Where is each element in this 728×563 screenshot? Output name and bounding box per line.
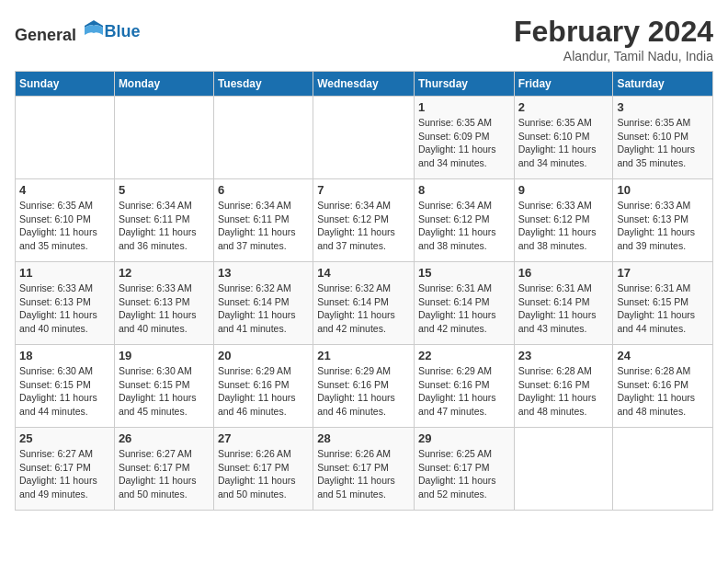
calendar-cell: 19Sunrise: 6:30 AM Sunset: 6:15 PM Dayli… [114,345,213,428]
day-info: Sunrise: 6:29 AM Sunset: 6:16 PM Dayligh… [218,364,309,419]
day-number: 15 [418,266,510,280]
calendar-week-row: 4Sunrise: 6:35 AM Sunset: 6:10 PM Daylig… [16,179,713,262]
calendar-cell: 3Sunrise: 6:35 AM Sunset: 6:10 PM Daylig… [613,97,713,179]
calendar-cell: 15Sunrise: 6:31 AM Sunset: 6:14 PM Dayli… [414,262,514,345]
day-info: Sunrise: 6:30 AM Sunset: 6:15 PM Dayligh… [119,364,210,419]
calendar-cell: 16Sunrise: 6:31 AM Sunset: 6:14 PM Dayli… [514,262,613,345]
day-info: Sunrise: 6:31 AM Sunset: 6:15 PM Dayligh… [617,282,709,336]
location-title: Alandur, Tamil Nadu, India [514,49,713,63]
calendar-cell: 12Sunrise: 6:33 AM Sunset: 6:13 PM Dayli… [114,262,213,345]
day-info: Sunrise: 6:34 AM Sunset: 6:11 PM Dayligh… [119,199,210,253]
day-info: Sunrise: 6:33 AM Sunset: 6:13 PM Dayligh… [119,282,210,336]
day-number: 23 [518,349,609,362]
day-info: Sunrise: 6:27 AM Sunset: 6:17 PM Dayligh… [19,447,110,501]
calendar-cell: 23Sunrise: 6:28 AM Sunset: 6:16 PM Dayli… [514,345,613,428]
calendar-week-row: 1Sunrise: 6:35 AM Sunset: 6:09 PM Daylig… [16,97,713,179]
day-number: 11 [19,266,110,280]
calendar-cell: 5Sunrise: 6:34 AM Sunset: 6:11 PM Daylig… [114,179,213,262]
calendar-header-row: SundayMondayTuesdayWednesdayThursdayFrid… [16,72,713,97]
logo-icon [83,18,105,40]
calendar-cell: 18Sunrise: 6:30 AM Sunset: 6:15 PM Dayli… [16,345,115,428]
day-info: Sunrise: 6:35 AM Sunset: 6:10 PM Dayligh… [617,116,709,170]
day-number: 26 [119,431,210,445]
day-info: Sunrise: 6:33 AM Sunset: 6:13 PM Dayligh… [19,282,110,336]
day-info: Sunrise: 6:28 AM Sunset: 6:16 PM Dayligh… [617,364,709,419]
day-info: Sunrise: 6:35 AM Sunset: 6:10 PM Dayligh… [19,199,110,253]
calendar-cell: 17Sunrise: 6:31 AM Sunset: 6:15 PM Dayli… [613,262,713,345]
day-number: 19 [119,349,210,362]
day-number: 10 [617,183,709,197]
calendar-cell: 2Sunrise: 6:35 AM Sunset: 6:10 PM Daylig… [514,97,613,179]
calendar-cell: 8Sunrise: 6:34 AM Sunset: 6:12 PM Daylig… [414,179,514,262]
day-number: 16 [518,266,609,280]
header: General Blue February 2024 Alandur, Tami… [15,15,713,63]
day-number: 25 [19,431,110,445]
day-number: 6 [218,183,309,197]
calendar-cell: 7Sunrise: 6:34 AM Sunset: 6:12 PM Daylig… [313,179,415,262]
calendar-cell: 4Sunrise: 6:35 AM Sunset: 6:10 PM Daylig… [16,179,115,262]
day-info: Sunrise: 6:26 AM Sunset: 6:17 PM Dayligh… [218,447,309,501]
day-number: 27 [218,431,309,445]
day-header-monday: Monday [114,72,213,97]
day-number: 18 [19,349,110,362]
calendar-week-row: 18Sunrise: 6:30 AM Sunset: 6:15 PM Dayli… [16,345,713,428]
calendar-cell: 22Sunrise: 6:29 AM Sunset: 6:16 PM Dayli… [414,345,514,428]
day-number: 29 [418,431,510,445]
calendar-cell: 10Sunrise: 6:33 AM Sunset: 6:13 PM Dayli… [613,179,713,262]
day-header-thursday: Thursday [414,72,514,97]
calendar-cell: 29Sunrise: 6:25 AM Sunset: 6:17 PM Dayli… [414,428,514,511]
day-info: Sunrise: 6:25 AM Sunset: 6:17 PM Dayligh… [418,447,510,501]
day-number: 1 [418,100,510,114]
calendar-cell: 27Sunrise: 6:26 AM Sunset: 6:17 PM Dayli… [213,428,313,511]
day-number: 3 [617,100,709,114]
day-info: Sunrise: 6:35 AM Sunset: 6:09 PM Dayligh… [418,116,510,170]
day-header-wednesday: Wednesday [313,72,415,97]
calendar-cell: 28Sunrise: 6:26 AM Sunset: 6:17 PM Dayli… [313,428,415,511]
day-number: 21 [317,349,410,362]
calendar-cell: 25Sunrise: 6:27 AM Sunset: 6:17 PM Dayli… [16,428,115,511]
day-number: 13 [218,266,309,280]
day-info: Sunrise: 6:26 AM Sunset: 6:17 PM Dayligh… [317,447,410,501]
calendar-cell: 6Sunrise: 6:34 AM Sunset: 6:11 PM Daylig… [213,179,313,262]
day-info: Sunrise: 6:30 AM Sunset: 6:15 PM Dayligh… [19,364,110,419]
day-info: Sunrise: 6:31 AM Sunset: 6:14 PM Dayligh… [518,282,609,336]
day-number: 24 [617,349,709,362]
day-number: 8 [418,183,510,197]
calendar-cell: 1Sunrise: 6:35 AM Sunset: 6:09 PM Daylig… [414,97,514,179]
calendar-cell: 26Sunrise: 6:27 AM Sunset: 6:17 PM Dayli… [114,428,213,511]
day-info: Sunrise: 6:27 AM Sunset: 6:17 PM Dayligh… [119,447,210,501]
day-header-saturday: Saturday [613,72,713,97]
logo: General Blue [15,18,141,45]
calendar-cell: 14Sunrise: 6:32 AM Sunset: 6:14 PM Dayli… [313,262,415,345]
day-header-sunday: Sunday [16,72,115,97]
day-info: Sunrise: 6:34 AM Sunset: 6:12 PM Dayligh… [418,199,510,253]
calendar-cell: 24Sunrise: 6:28 AM Sunset: 6:16 PM Dayli… [613,345,713,428]
day-number: 17 [617,266,709,280]
calendar-cell: 11Sunrise: 6:33 AM Sunset: 6:13 PM Dayli… [16,262,115,345]
calendar-cell [213,97,313,179]
day-info: Sunrise: 6:32 AM Sunset: 6:14 PM Dayligh… [218,282,309,336]
day-info: Sunrise: 6:29 AM Sunset: 6:16 PM Dayligh… [317,364,410,419]
day-number: 4 [19,183,110,197]
day-info: Sunrise: 6:29 AM Sunset: 6:16 PM Dayligh… [418,364,510,419]
day-header-friday: Friday [514,72,613,97]
calendar-cell: 20Sunrise: 6:29 AM Sunset: 6:16 PM Dayli… [213,345,313,428]
day-number: 28 [317,431,410,445]
day-number: 5 [119,183,210,197]
calendar-cell: 21Sunrise: 6:29 AM Sunset: 6:16 PM Dayli… [313,345,415,428]
calendar-cell: 13Sunrise: 6:32 AM Sunset: 6:14 PM Dayli… [213,262,313,345]
calendar-week-row: 11Sunrise: 6:33 AM Sunset: 6:13 PM Dayli… [16,262,713,345]
day-info: Sunrise: 6:34 AM Sunset: 6:12 PM Dayligh… [317,199,410,253]
day-number: 20 [218,349,309,362]
logo-blue: Blue [105,22,141,40]
calendar-cell [313,97,415,179]
day-number: 22 [418,349,510,362]
day-info: Sunrise: 6:32 AM Sunset: 6:14 PM Dayligh… [317,282,410,336]
calendar-cell [16,97,115,179]
calendar: SundayMondayTuesdayWednesdayThursdayFrid… [15,71,713,511]
month-title: February 2024 [514,15,713,49]
day-number: 14 [317,266,410,280]
day-info: Sunrise: 6:33 AM Sunset: 6:12 PM Dayligh… [518,199,609,253]
day-info: Sunrise: 6:33 AM Sunset: 6:13 PM Dayligh… [617,199,709,253]
calendar-cell [114,97,213,179]
